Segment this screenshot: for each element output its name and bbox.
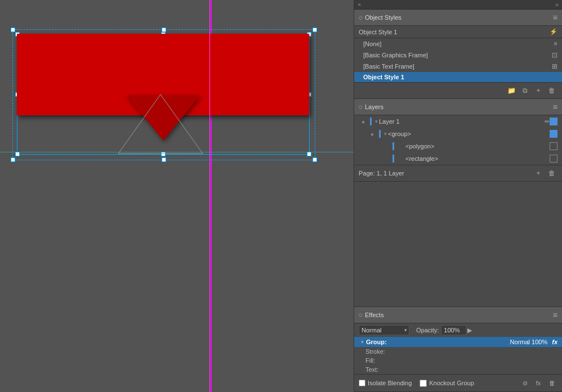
layers-menu-icon[interactable]: ≡ bbox=[553, 102, 557, 111]
handle-bm[interactable] bbox=[162, 157, 166, 162]
layer-delete-button[interactable]: 🗑 bbox=[546, 168, 557, 179]
style-label-1: Object Style 1 bbox=[363, 74, 404, 80]
page-info-label: Page: 1, 1 Layer bbox=[359, 170, 530, 177]
layer-name-polygon: <polygon> bbox=[405, 143, 550, 150]
object-styles-title-group: ◇ Object Styles bbox=[359, 14, 402, 21]
style-item-text[interactable]: [Basic Text Frame] ⊞ bbox=[354, 61, 562, 72]
opacity-input[interactable] bbox=[441, 325, 466, 335]
layer-box-group bbox=[550, 130, 557, 138]
triangle-polygon[interactable] bbox=[127, 96, 200, 141]
inner-handle-bl[interactable] bbox=[15, 152, 20, 156]
style-label-none: [None] bbox=[363, 40, 381, 47]
layers-title-group: ◇ Layers bbox=[359, 103, 383, 110]
handle-bl[interactable] bbox=[11, 157, 15, 162]
layer-name-layer1: Layer 1 bbox=[379, 118, 542, 125]
styles-new-button[interactable]: + bbox=[533, 85, 544, 96]
effects-group-values: Normal 100% bbox=[510, 339, 548, 345]
layer-item-rectangle[interactable]: ● <rectangle> bbox=[354, 152, 562, 165]
layers-title: Layers bbox=[365, 103, 383, 110]
effects-fx-icon[interactable]: fx bbox=[552, 339, 557, 345]
effects-title-group: ◇ Effects bbox=[359, 312, 383, 318]
layer-eye-layer1[interactable]: ● bbox=[359, 117, 368, 126]
object-styles-title: Object Styles bbox=[365, 14, 402, 21]
layer-expand-layer1[interactable]: ▾ bbox=[375, 119, 378, 124]
layer-item-group[interactable]: ● ▾ <group> bbox=[354, 128, 562, 140]
style-icon-graphics: ⊡ bbox=[552, 51, 557, 59]
effects-text-row: Text: bbox=[354, 365, 562, 374]
effects-header[interactable]: ◇ Effects ≡ bbox=[354, 307, 562, 323]
isolate-blending-checkbox[interactable] bbox=[359, 380, 365, 386]
styles-section-title: Object Style 1 bbox=[359, 29, 397, 35]
handle-br[interactable] bbox=[313, 157, 317, 162]
layer-pencil-icon: ✏ bbox=[545, 118, 550, 125]
layers-panel: ◇ Layers ≡ ● ▾ Layer 1 ✏ ● ▾ <group> ● <… bbox=[354, 99, 562, 182]
styles-duplicate-button[interactable]: ⧉ bbox=[519, 85, 530, 96]
object-styles-menu-icon[interactable]: ≡ bbox=[553, 13, 557, 22]
effects-bottom-bar: Isolate Blending Knockout Group ⊘ fx 🗑 bbox=[354, 374, 562, 391]
inner-handle-bm[interactable] bbox=[161, 152, 166, 156]
layers-header[interactable]: ◇ Layers ≡ bbox=[354, 99, 562, 115]
close-button[interactable]: × bbox=[358, 1, 361, 8]
effects-fill-row: Fill: bbox=[354, 356, 562, 365]
layer-new-button[interactable]: + bbox=[533, 168, 544, 179]
style-label-graphics: [Basic Graphics Frame] bbox=[363, 52, 428, 58]
layer-color-bar-layer1 bbox=[370, 118, 372, 125]
layer-color-bar-rectangle bbox=[392, 155, 394, 163]
styles-folder-button[interactable]: 📁 bbox=[506, 85, 517, 96]
effects-group-row[interactable]: ▾ Group: Normal 100% fx bbox=[354, 337, 562, 347]
knockout-group-checkbox[interactable] bbox=[420, 380, 427, 387]
effects-panel: ◇ Effects ≡ Normal Multiply Screen Overl… bbox=[354, 307, 562, 392]
effects-menu-icon[interactable]: ≡ bbox=[553, 310, 557, 319]
layer-box-rectangle bbox=[550, 155, 557, 163]
layers-chevron-icon: ◇ bbox=[359, 104, 363, 110]
object-styles-header[interactable]: ◇ Object Styles ≡ bbox=[354, 10, 562, 26]
layer-name-rectangle: <rectangle> bbox=[405, 155, 550, 162]
blend-mode-dropdown-wrapper: Normal Multiply Screen Overlay ▾ bbox=[359, 325, 409, 335]
effects-title: Effects bbox=[365, 312, 383, 318]
effects-blend-row: Normal Multiply Screen Overlay ▾ Opacity… bbox=[354, 323, 562, 337]
styles-top-bar: Object Style 1 ⚡ bbox=[354, 26, 562, 38]
layer-box-layer1 bbox=[550, 118, 557, 125]
style-label-text: [Basic Text Frame] bbox=[363, 63, 414, 70]
style-item-none[interactable]: [None] × bbox=[354, 38, 562, 49]
top-indicator bbox=[211, 0, 211, 4]
layers-bottom-bar: Page: 1, 1 Layer + 🗑 bbox=[354, 165, 562, 181]
effects-action-buttons: ⊘ fx 🗑 bbox=[519, 377, 557, 389]
style-icon-none: × bbox=[554, 40, 557, 48]
layer-color-bar-group bbox=[379, 130, 381, 138]
lightning-button[interactable]: ⚡ bbox=[550, 28, 557, 35]
effects-group-label: Group: bbox=[366, 339, 510, 345]
layer-eye-rectangle[interactable]: ● bbox=[381, 154, 390, 163]
canvas-area bbox=[0, 0, 354, 392]
group-collapse-icon[interactable]: ▾ bbox=[361, 339, 364, 345]
effects-clear-button[interactable]: ⊘ bbox=[519, 377, 530, 389]
layer-eye-group[interactable]: ● bbox=[368, 129, 377, 138]
layer-color-bar-polygon bbox=[392, 142, 394, 150]
isolate-blending-label: Isolate Blending bbox=[368, 380, 412, 386]
effects-fx-menu-button[interactable]: fx bbox=[533, 377, 544, 389]
guide-horizontal-cyan bbox=[0, 152, 354, 152]
layer-name-group: <group> bbox=[388, 130, 550, 137]
layer-item-layer1[interactable]: ● ▾ Layer 1 ✏ bbox=[354, 115, 562, 128]
effects-stroke-label: Stroke: bbox=[365, 348, 557, 355]
opacity-arrow-button[interactable]: ▶ bbox=[467, 327, 472, 334]
inner-handle-br[interactable] bbox=[307, 152, 311, 156]
handle-tl[interactable] bbox=[11, 28, 15, 32]
right-panel: × » ◇ Object Styles ≡ Object Style 1 ⚡ [… bbox=[354, 0, 562, 392]
effects-content: Normal Multiply Screen Overlay ▾ Opacity… bbox=[354, 323, 562, 374]
style-icon-text: ⊞ bbox=[552, 62, 557, 70]
collapse-button[interactable]: » bbox=[555, 1, 559, 8]
style-item-1[interactable]: Object Style 1 bbox=[354, 72, 562, 82]
style-item-graphics[interactable]: [Basic Graphics Frame] ⊡ bbox=[354, 49, 562, 61]
effects-delete-button[interactable]: 🗑 bbox=[546, 377, 557, 389]
blend-mode-select[interactable]: Normal Multiply Screen Overlay bbox=[359, 325, 409, 335]
knockout-group-label: Knockout Group bbox=[429, 380, 474, 386]
handle-tm[interactable] bbox=[162, 28, 166, 32]
styles-delete-button[interactable]: 🗑 bbox=[546, 85, 557, 96]
layer-expand-group[interactable]: ▾ bbox=[384, 131, 387, 137]
layer-eye-polygon[interactable]: ● bbox=[381, 142, 390, 151]
handle-tr[interactable] bbox=[313, 28, 317, 32]
effects-text-label: Text: bbox=[365, 366, 557, 373]
layer-box-polygon bbox=[550, 142, 557, 150]
layer-item-polygon[interactable]: ● <polygon> bbox=[354, 140, 562, 152]
